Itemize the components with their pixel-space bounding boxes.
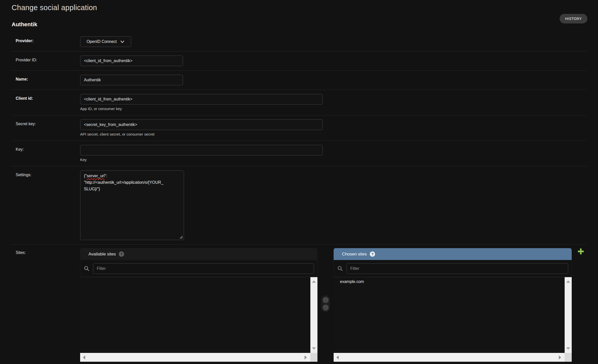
secret-key-label: Secret key: — [16, 119, 80, 126]
settings-label: Settings: — [16, 170, 80, 177]
sites-dual-selector: Available sites ? — [80, 248, 585, 362]
scrollbar-corner — [565, 353, 572, 362]
available-vertical-scrollbar[interactable] — [310, 277, 317, 353]
list-item-example-com[interactable]: example.com — [340, 279, 562, 284]
chosen-vertical-scrollbar[interactable] — [565, 277, 572, 353]
key-input[interactable] — [80, 145, 323, 155]
provider-label: Provider: — [16, 36, 80, 43]
scroll-left-icon[interactable] — [336, 355, 339, 359]
provider-id-label: Provider ID: — [16, 56, 80, 62]
chosen-horizontal-scrollbar[interactable] — [334, 353, 572, 362]
available-sites-title: Available sites — [88, 252, 116, 257]
page-title: Change social application — [12, 4, 97, 12]
available-sites-header: Available sites ? — [80, 248, 317, 260]
available-sites-help-icon[interactable]: ? — [119, 251, 124, 257]
scroll-right-icon[interactable] — [559, 355, 561, 359]
provider-id-input[interactable] — [80, 56, 183, 66]
search-icon — [84, 266, 89, 271]
arrow-right-icon: → — [324, 298, 328, 302]
chosen-filter-bar — [334, 260, 572, 277]
form-row-provider: Provider: OpenID Connect — [12, 32, 587, 51]
available-filter-input[interactable] — [93, 263, 314, 274]
form-row-sites: Sites: Available sites ? — [12, 245, 587, 364]
name-input[interactable] — [80, 75, 183, 85]
form-row-secret-key: Secret key: API secret, client secret, o… — [12, 115, 587, 141]
history-button[interactable]: HISTORY — [560, 14, 587, 23]
chosen-sites-box: Chosen sites ? example.com — [334, 248, 572, 362]
settings-json-prefix: {" — [84, 174, 87, 178]
change-social-application-page: Change social application HISTORY Authen… — [0, 0, 598, 364]
available-filter-bar — [80, 260, 317, 277]
secret-key-input[interactable] — [80, 119, 323, 130]
form-row-provider-id: Provider ID: — [12, 51, 587, 71]
client-id-help-text: App ID, or consumer key — [80, 107, 323, 111]
form-row-key: Key: Key — [12, 141, 587, 166]
key-label: Key: — [16, 145, 80, 152]
form-row-name: Name: — [12, 71, 587, 90]
secret-key-help-text: API secret, client secret, or consumer s… — [80, 132, 323, 136]
chosen-filter-input[interactable] — [347, 263, 568, 274]
key-help-text: Key — [80, 158, 323, 162]
add-site-button[interactable] — [577, 248, 585, 256]
chosen-sites-list[interactable]: example.com — [334, 277, 572, 353]
selector-mover-column: → ← — [317, 248, 334, 362]
sites-label: Sites: — [16, 248, 80, 255]
remove-all-button[interactable]: ← — [323, 305, 329, 310]
arrow-left-icon: ← — [324, 306, 328, 309]
available-sites-box: Available sites ? — [80, 248, 317, 362]
provider-select-value: OpenID Connect — [86, 39, 117, 44]
chevron-down-icon — [120, 39, 125, 44]
choose-all-button[interactable]: → — [323, 297, 329, 303]
settings-textarea[interactable]: {"server_url": "http://<authentik_url>/a… — [80, 170, 184, 240]
chosen-sites-title: Chosen sites — [342, 252, 367, 257]
plus-icon — [577, 248, 585, 255]
name-label: Name: — [16, 75, 80, 82]
form-row-settings: Settings: {"server_url": "http://<authen… — [12, 166, 587, 245]
scroll-down-icon[interactable] — [566, 347, 570, 350]
settings-json-misspelled-word: server_url — [87, 174, 105, 178]
scroll-left-icon[interactable] — [83, 355, 85, 359]
scroll-right-icon[interactable] — [305, 355, 307, 359]
available-sites-list[interactable] — [80, 277, 317, 353]
selector-mover-pill: → ← — [321, 295, 330, 312]
client-id-label: Client id: — [16, 94, 80, 101]
scroll-down-icon[interactable] — [312, 347, 316, 350]
scrollbar-corner — [310, 353, 317, 362]
scroll-up-icon[interactable] — [312, 280, 316, 283]
chosen-sites-help-icon[interactable]: ? — [370, 251, 375, 257]
client-id-input[interactable] — [80, 94, 323, 105]
available-horizontal-scrollbar[interactable] — [80, 353, 317, 362]
textarea-resize-handle-icon[interactable] — [179, 236, 183, 239]
section-heading: Authentik — [12, 21, 37, 28]
scroll-up-icon[interactable] — [566, 280, 570, 283]
search-icon — [337, 266, 343, 271]
provider-select[interactable]: OpenID Connect — [80, 36, 131, 47]
social-application-form: Provider: OpenID Connect Provider ID: Na… — [12, 32, 587, 364]
form-row-client-id: Client id: App ID, or consumer key — [12, 90, 587, 115]
chosen-sites-header: Chosen sites ? — [334, 248, 572, 260]
